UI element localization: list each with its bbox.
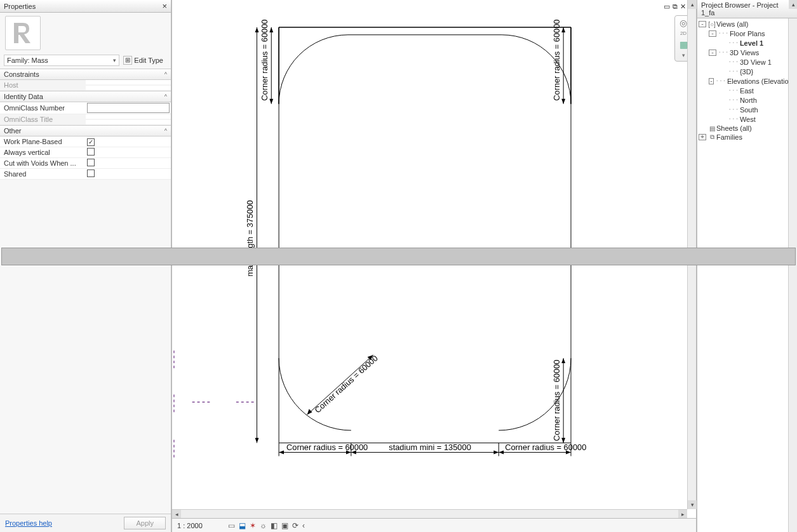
family-label: Family: Mass — [7, 57, 48, 64]
prop-checkbox[interactable] — [87, 170, 95, 177]
scroll-left-icon[interactable]: ◂ — [172, 510, 181, 519]
properties-help-link[interactable]: Properties help — [5, 519, 52, 527]
prop-key: Work Plane-Based — [0, 136, 86, 147]
prop-key: Shared — [0, 169, 86, 179]
edit-type-button[interactable]: ⊞ Edit Type — [119, 55, 167, 66]
collapse-icon: ^ — [164, 128, 167, 134]
more-left-icon[interactable]: ‹ — [302, 521, 305, 530]
dim-corner-bl-diag: Corner radius = 60000 — [312, 354, 379, 415]
tree-item[interactable]: ▤Sheets (all) — [697, 124, 788, 133]
tree-label: Elevations (Elevation — [727, 77, 788, 85]
visual-style-icon[interactable]: ✶ — [250, 521, 256, 530]
tree-toggle-icon[interactable]: - — [709, 50, 716, 56]
tree-node-icon: [○] — [707, 21, 716, 28]
tree-label: Families — [716, 133, 742, 141]
dim-corner-tr: Corner radius = 60000 — [552, 20, 561, 101]
tree-toggle-icon[interactable]: - — [709, 30, 716, 37]
tree-item[interactable]: +⧉Families — [697, 133, 788, 142]
tree-item[interactable]: -···Floor Plans — [697, 29, 788, 38]
drawing-canvas[interactable]: ▭ ⧉ ✕ ▾ ◎ 2D ▦ ▾ — [171, 0, 697, 532]
tree-item[interactable]: ···East — [697, 86, 788, 95]
project-browser-panel: Project Browser - Project 1_fa -[○]Views… — [697, 0, 797, 532]
prop-key: Host — [0, 80, 86, 90]
tree-item[interactable]: -···3D Views — [697, 48, 788, 57]
prop-row: OmniClass Number — [0, 102, 171, 114]
tree-item[interactable]: ···West — [697, 114, 788, 124]
tree-label: {3D} — [740, 68, 753, 76]
prop-text-input[interactable] — [87, 103, 170, 113]
tree-item[interactable]: ···{3D} — [697, 67, 788, 76]
prop-group-header[interactable]: Other^ — [0, 125, 171, 136]
prop-row: Host — [0, 80, 171, 91]
tree-item[interactable]: ···South — [697, 105, 788, 114]
dim-corner-br: Corner radius = 60000 — [552, 360, 561, 441]
tree-item[interactable]: ···Level 1 — [697, 38, 788, 48]
scroll-up-icon[interactable]: ▴ — [789, 0, 797, 9]
project-tree[interactable]: -[○]Views (all)-···Floor Plans···Level 1… — [697, 18, 788, 532]
type-preview — [0, 13, 171, 53]
revit-logo-icon — [5, 16, 41, 50]
apply-button[interactable]: Apply — [124, 517, 166, 529]
show-hidden-icon[interactable]: ⟳ — [292, 521, 298, 530]
prop-key: OmniClass Number — [0, 103, 86, 113]
tree-label: Views (all) — [716, 20, 749, 28]
prop-key: OmniClass Title — [0, 114, 86, 124]
view-scale[interactable]: 1 : 2000 — [177, 522, 222, 529]
tree-item[interactable]: -[○]Views (all) — [697, 20, 788, 29]
tree-label: 3D View 1 — [740, 58, 772, 66]
crop-icon[interactable]: ▣ — [281, 521, 288, 530]
family-type-selector[interactable]: Family: Mass ▾ — [4, 55, 119, 66]
collapse-icon: ^ — [164, 93, 167, 100]
tree-node-icon: ⧉ — [707, 133, 716, 141]
prop-row: Shared — [0, 169, 171, 180]
prop-row: Cut with Voids When ... — [0, 158, 171, 169]
stadium-outline — [279, 27, 571, 104]
scroll-up-icon[interactable]: ▴ — [688, 0, 697, 9]
prop-checkbox[interactable] — [87, 148, 95, 156]
model-graphics-icon[interactable]: ▭ — [228, 521, 235, 530]
tree-toggle-icon[interactable]: - — [699, 21, 706, 27]
chevron-down-icon: ▾ — [113, 57, 116, 63]
prop-row: Always vertical — [0, 147, 171, 158]
tree-label: 3D Views — [730, 49, 759, 57]
sunpath-icon[interactable]: ☼ — [260, 521, 267, 530]
tree-toggle-icon[interactable]: + — [699, 134, 706, 140]
tree-label: South — [740, 106, 758, 114]
view-control-bar: 1 : 2000 ▭ ⬓ ✶ ☼ ◧ ▣ ⟳ ‹ — [172, 518, 696, 532]
project-browser-title-bar[interactable]: Project Browser - Project 1_fa — [697, 0, 797, 18]
browser-scroll-vertical[interactable]: ▴ — [788, 18, 797, 532]
prop-group-header[interactable]: Constraints^ — [0, 69, 171, 80]
properties-title: Properties — [4, 3, 36, 10]
tree-label: Floor Plans — [730, 30, 765, 37]
scroll-down-icon[interactable]: ▾ — [688, 500, 697, 509]
prop-row: OmniClass Title — [0, 114, 171, 125]
properties-title-bar[interactable]: Properties × — [0, 0, 171, 13]
tree-item[interactable]: -···Elevations (Elevation — [697, 76, 788, 86]
tree-label: Sheets (all) — [716, 124, 752, 132]
prop-row: Work Plane-Based✓ — [0, 136, 171, 147]
canvas-scroll-horizontal[interactable]: ◂ ▸ — [172, 509, 687, 518]
project-browser-title: Project Browser - Project 1_fa — [701, 1, 793, 17]
scroll-thumb[interactable] — [1, 248, 796, 265]
prop-group-header[interactable]: Identity Data^ — [0, 91, 171, 102]
detail-level-icon[interactable]: ⬓ — [239, 521, 246, 530]
tree-label: East — [740, 87, 754, 95]
tree-item[interactable]: ···3D View 1 — [697, 57, 788, 67]
shadows-icon[interactable]: ◧ — [271, 521, 278, 530]
dim-corner-bottom-right: Corner radius = 60000 — [505, 442, 586, 452]
scroll-right-icon[interactable]: ▸ — [678, 510, 687, 519]
tree-item[interactable]: ···North — [697, 95, 788, 105]
dim-corner-bottom-left: Corner radius = 60000 — [286, 442, 368, 452]
prop-checkbox[interactable]: ✓ — [87, 138, 95, 146]
prop-key: Always vertical — [0, 147, 86, 157]
dim-corner-tl: Corner radius = 60000 — [260, 20, 269, 101]
tree-label: North — [740, 96, 757, 104]
tree-toggle-icon[interactable]: - — [709, 78, 714, 84]
collapse-icon: ^ — [164, 71, 167, 77]
dim-stadium-mini: stadium mini = 135000 — [389, 442, 471, 452]
tree-label: Level 1 — [740, 39, 763, 47]
tree-label: West — [740, 116, 756, 123]
prop-key: Cut with Voids When ... — [0, 158, 86, 168]
close-icon[interactable]: × — [162, 1, 167, 11]
prop-checkbox[interactable] — [87, 159, 95, 166]
